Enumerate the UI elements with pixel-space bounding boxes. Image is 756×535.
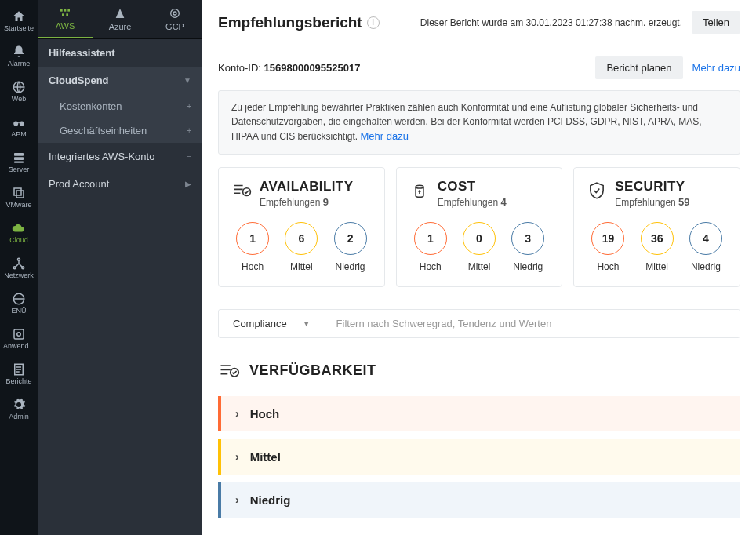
svg-rect-6	[14, 162, 24, 163]
sidebar-integrated-aws[interactable]: Integriertes AWS-Konto −	[38, 143, 202, 170]
nav-item-startseite[interactable]: Startseite	[0, 3, 38, 38]
filter-bar: Compliance ▼	[218, 309, 740, 338]
svg-rect-20	[66, 13, 68, 16]
binoculars-icon	[12, 115, 26, 129]
main-content: Empfehlungsbericht i Dieser Bericht wurd…	[202, 0, 756, 535]
svg-rect-13	[14, 329, 24, 339]
severity-list: › Hoch › Mittel › Niedrig	[202, 396, 756, 533]
sidebar-cloudspend[interactable]: CloudSpend ▼	[38, 67, 202, 94]
banner-more-link[interactable]: Mehr dazu	[361, 130, 409, 142]
severity-row-hoch[interactable]: › Hoch	[218, 396, 740, 431]
report-timestamp: Dieser Bericht wurde am 30.01.2023 01:27…	[420, 17, 682, 28]
nav-item-server[interactable]: Server	[0, 144, 38, 180]
chevron-right-icon: ›	[235, 407, 239, 420]
svg-point-22	[173, 12, 176, 15]
page-header: Empfehlungsbericht i Dieser Bericht wurd…	[202, 0, 756, 45]
network-icon	[12, 257, 26, 271]
nav-item-apm[interactable]: APM	[0, 109, 38, 144]
caret-right-icon: ▶	[185, 180, 191, 188]
svg-rect-18	[67, 9, 70, 12]
nav-item-web[interactable]: Web	[0, 74, 38, 109]
severity-row-niedrig[interactable]: › Niedrig	[218, 482, 740, 518]
chevron-right-icon: ›	[235, 450, 239, 463]
report-icon	[12, 362, 26, 377]
sidebar-help[interactable]: Hilfeassistent	[38, 39, 202, 67]
nav-item-anwend[interactable]: Anwend...	[0, 321, 38, 356]
cost-med-count[interactable]: 0	[463, 222, 496, 255]
compliance-banner: Zu jeder Empfehlung bewährter Praktiken …	[218, 90, 740, 155]
sidebar: AWS Azure GCP Hilfeassistent CloudSpend …	[38, 0, 202, 535]
card-availability: AVAILABILITY Empfehlungen 9 1Hoch 6Mitte…	[218, 167, 385, 287]
svg-point-2	[20, 122, 24, 126]
security-med-count[interactable]: 36	[641, 222, 674, 255]
sidebar-prod-account[interactable]: Prod Account ▶	[38, 170, 202, 198]
security-icon	[587, 180, 607, 201]
svg-point-9	[18, 258, 20, 260]
nav-item-alarme[interactable]: Alarme	[0, 38, 38, 74]
share-button[interactable]: Teilen	[692, 11, 740, 34]
severity-row-mittel[interactable]: › Mittel	[218, 439, 740, 475]
svg-point-14	[17, 333, 21, 337]
aws-icon	[59, 6, 71, 19]
home-icon	[12, 9, 26, 24]
svg-rect-19	[62, 13, 64, 16]
svg-rect-7	[14, 188, 21, 195]
globe-icon	[12, 80, 26, 94]
caret-down-icon: ▼	[303, 319, 311, 328]
plan-report-button[interactable]: Bericht planen	[595, 56, 682, 79]
sidebar-geschaeftseinheiten[interactable]: Geschäftseinheiten +	[38, 118, 202, 143]
compliance-select[interactable]: Compliance ▼	[219, 310, 325, 337]
cloud-icon	[12, 221, 26, 235]
gear-icon	[12, 398, 26, 412]
svg-point-21	[171, 9, 180, 18]
nav-item-netzwerk[interactable]: Netzwerk	[0, 250, 38, 286]
sub-header: Konto-ID: 15698000095525017 Bericht plan…	[202, 45, 756, 90]
availability-icon	[231, 180, 252, 201]
availability-high-count[interactable]: 1	[236, 222, 269, 255]
chevron-right-icon: ›	[235, 493, 239, 506]
svg-rect-16	[60, 9, 63, 12]
page-title: Empfehlungsbericht i	[218, 14, 380, 31]
security-high-count[interactable]: 19	[591, 222, 624, 255]
nav-item-vmware[interactable]: VMware	[0, 180, 38, 215]
sidebar-kostenkonten[interactable]: Kostenkonten +	[38, 94, 202, 118]
nav-rail: Startseite Alarme Web APM Server VMware …	[0, 0, 38, 535]
section-title: VERFÜGBARKEIT	[202, 338, 756, 396]
nav-item-admin[interactable]: Admin	[0, 391, 38, 427]
server-icon	[12, 151, 26, 165]
account-id: Konto-ID: 15698000095525017	[218, 62, 360, 74]
availability-section-icon	[218, 360, 240, 382]
tab-gcp[interactable]: GCP	[147, 0, 202, 38]
tab-aws[interactable]: AWS	[38, 0, 93, 38]
card-security: SECURITY Empfehlungen 59 19Hoch 36Mittel…	[573, 167, 740, 287]
filter-input[interactable]	[325, 310, 740, 337]
nav-item-enu[interactable]: ENÜ	[0, 286, 38, 321]
tab-azure[interactable]: Azure	[93, 0, 147, 38]
card-cost: COST Empfehlungen 4 1Hoch 0Mittel 3Niedr…	[396, 167, 563, 287]
globe2-icon	[12, 292, 26, 306]
cost-high-count[interactable]: 1	[414, 222, 447, 255]
svg-rect-8	[16, 191, 24, 198]
gcp-icon	[169, 7, 181, 20]
app-icon	[12, 327, 26, 341]
security-low-count[interactable]: 4	[689, 222, 722, 255]
minus-icon: −	[187, 152, 191, 161]
cost-low-count[interactable]: 3	[511, 222, 544, 255]
svg-point-1	[13, 122, 18, 126]
more-link[interactable]: Mehr dazu	[692, 62, 740, 74]
caret-down-icon: ▼	[184, 76, 191, 85]
nav-item-cloud[interactable]: Cloud	[0, 215, 38, 250]
info-icon[interactable]: i	[367, 16, 380, 29]
boxes-icon	[12, 186, 26, 200]
plus-icon: +	[187, 102, 191, 111]
svg-rect-4	[14, 153, 24, 156]
availability-low-count[interactable]: 2	[334, 222, 367, 255]
bell-icon	[12, 45, 26, 59]
summary-cards: AVAILABILITY Empfehlungen 9 1Hoch 6Mitte…	[202, 167, 756, 287]
cost-icon	[409, 180, 430, 201]
plus-icon: +	[187, 126, 191, 135]
nav-item-berichte[interactable]: Berichte	[0, 356, 38, 391]
azure-icon	[114, 7, 126, 20]
svg-rect-5	[14, 157, 24, 160]
availability-med-count[interactable]: 6	[285, 222, 318, 255]
